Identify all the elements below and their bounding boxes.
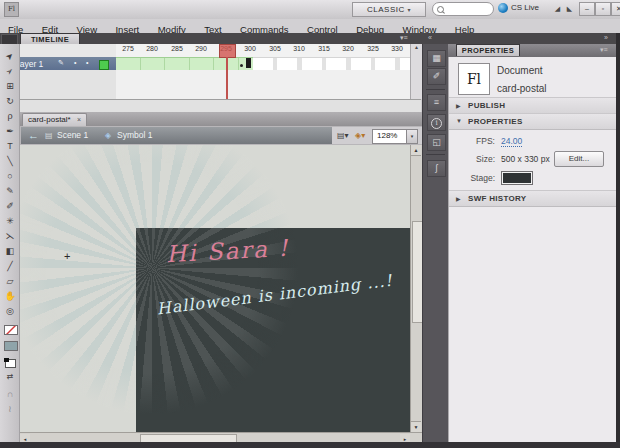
publish-section-header[interactable]: ▶ PUBLISH [449, 97, 619, 114]
properties-panel: Fl Document card-postal ▶ PUBLISH ▼ PROP… [448, 57, 618, 442]
snap-to-objects-icon[interactable]: ∩ [3, 388, 17, 401]
pencil-edit-icon: ✎ [58, 59, 64, 67]
scroll-up-icon[interactable]: ▲ [411, 145, 421, 156]
tab-properties[interactable]: PROPERTIES [456, 44, 520, 56]
eraser-tool[interactable]: ▱ [3, 275, 17, 288]
minimize-button[interactable]: ‒ [579, 2, 595, 16]
text-tool[interactable]: T [3, 140, 17, 153]
bone-tool[interactable]: ⋋ [3, 230, 17, 243]
subselection-tool[interactable]: ➢ [0, 62, 19, 81]
stroke-color-swatch[interactable] [4, 325, 18, 335]
pencil-tool[interactable]: ✎ [3, 185, 17, 198]
timeline-vertical-scrollbar[interactable]: ▲ [410, 44, 422, 99]
hand-tool[interactable]: ✋ [3, 290, 17, 303]
close-tab-icon[interactable]: × [77, 116, 81, 123]
black-white-colors-icon[interactable] [5, 359, 16, 368]
edit-scene-button[interactable]: ▤▾ [337, 127, 349, 144]
stage-color-swatch[interactable] [501, 171, 533, 185]
edit-bar: ← ▤ Scene 1 ◈ Symbol 1 ▤▾ ◈▾ 128% ▾ [20, 126, 422, 145]
playhead[interactable] [219, 44, 236, 58]
paint-bucket-tool[interactable]: ◧ [3, 245, 17, 258]
line-tool[interactable]: ╲ [3, 155, 17, 168]
info-panel-icon[interactable]: i [427, 114, 446, 131]
cs-live-icon [498, 3, 508, 13]
layer-visibility-dot[interactable]: • [74, 59, 76, 66]
brush-tool[interactable]: ✐ [3, 200, 17, 213]
pen-tool[interactable]: ✒ [3, 125, 17, 138]
scrollbar-thumb[interactable] [412, 221, 422, 323]
eyedropper-tool[interactable]: ╱ [3, 260, 17, 273]
dock-divider [426, 154, 445, 155]
timeline-ruler[interactable]: 275 280 285 290 295 300 305 310 315 320 … [116, 44, 410, 58]
deco-tool[interactable]: ✳ [3, 215, 17, 228]
properties-panel-menu-icon[interactable]: ▾≡ [600, 46, 608, 54]
chevron-down-icon: ▾ [407, 7, 411, 13]
edit-symbol-button[interactable]: ◈▾ [355, 127, 365, 144]
close-button[interactable]: ✕ [611, 2, 620, 16]
fps-value[interactable]: 24.00 [501, 136, 522, 147]
document-tab[interactable]: card-postal* × [22, 113, 87, 126]
section-title: SWF HISTORY [468, 194, 526, 203]
tween-end-dot [240, 64, 243, 67]
panel-tab-strip: TIMELINE ▾≡ « » [0, 33, 620, 44]
timeline-frames[interactable] [116, 57, 410, 70]
code-snippets-panel-icon[interactable]: ʃ [427, 160, 446, 177]
cascade-windows-icon[interactable]: ◣ [564, 3, 575, 14]
restore-button[interactable]: ▫ [595, 2, 611, 16]
ruler-tick: 330 [386, 45, 408, 52]
cs-live-button[interactable]: CS Live [511, 3, 539, 15]
layer-outline-color-swatch[interactable] [99, 60, 109, 70]
title-bar: Fl CLASSIC ▾ CS Live ◢ ◣ ‒ ▫ ✕ [0, 0, 620, 20]
brush-panel-icon[interactable]: ✐ [427, 68, 446, 85]
document-title: card-postal* [28, 115, 71, 124]
swf-history-section-header[interactable]: ▶ SWF HISTORY [449, 190, 619, 207]
ruler-tick: 310 [288, 45, 310, 52]
free-transform-tool[interactable]: ⊞ [3, 80, 17, 93]
span-end-marker[interactable] [246, 58, 251, 68]
align-panel-icon[interactable]: ≡ [427, 94, 446, 111]
breadcrumb-symbol[interactable]: Symbol 1 [117, 127, 152, 144]
properties-section-header[interactable]: ▼ PROPERTIES [449, 113, 619, 130]
document-type-label: Document [497, 65, 543, 76]
document-name-value[interactable]: card-postal [497, 83, 546, 94]
collapse-dock-left-icon[interactable]: « [428, 34, 432, 41]
transform-panel-icon[interactable]: ◱ [427, 134, 446, 151]
ruler-tick: 325 [362, 45, 384, 52]
crosshair-cursor: + [64, 250, 70, 262]
breadcrumb-scene[interactable]: Scene 1 [57, 127, 88, 144]
workspace-switcher[interactable]: CLASSIC ▾ [352, 2, 426, 17]
edit-size-button[interactable]: Edit... [554, 151, 604, 167]
fps-label: FPS: [449, 136, 495, 146]
swatches-panel-icon[interactable]: ▦ [427, 50, 446, 67]
workspace-label: CLASSIC [367, 5, 405, 14]
chevron-down-icon[interactable]: ▾ [406, 130, 417, 143]
swap-colors-icon[interactable]: ⇄ [3, 370, 17, 383]
collapsed-arrow-icon: ▶ [456, 102, 461, 109]
scroll-up-icon[interactable]: ▲ [414, 44, 419, 50]
ruler-tick: 305 [264, 45, 286, 52]
zoom-level-value: 128% [377, 131, 397, 140]
scene-icon: ▤ [45, 127, 53, 144]
timeline-panel-menu-icon[interactable]: ▾≡ [400, 34, 408, 42]
zoom-tool[interactable]: ◎ [3, 305, 17, 318]
back-arrow-icon[interactable]: ← [28, 127, 39, 144]
oval-tool[interactable]: ○ [3, 170, 17, 183]
stage-vertical-scrollbar[interactable]: ▲ ▼ [410, 145, 422, 432]
tool-option-icon[interactable]: ≀ [3, 403, 17, 416]
ruler-tick: 315 [313, 45, 335, 52]
stage-card[interactable]: Hi Sara ! Halloween is incoming ...! [136, 228, 422, 432]
search-icon [437, 6, 444, 13]
fill-color-swatch[interactable] [4, 341, 18, 351]
lasso-tool[interactable]: ρ [3, 110, 17, 123]
app-icon: Fl [4, 2, 19, 17]
arrange-windows-icon[interactable]: ◢ [552, 3, 563, 14]
3d-rotation-tool[interactable]: ↻ [3, 95, 17, 108]
zoom-level-combo[interactable]: 128% ▾ [372, 129, 418, 144]
layer-lock-dot[interactable]: • [86, 59, 88, 66]
scroll-down-icon[interactable]: ▼ [411, 421, 421, 432]
collapse-dock-right-icon[interactable]: » [604, 34, 608, 41]
search-input[interactable] [432, 2, 494, 16]
stage-viewport[interactable]: Hi Sara ! Halloween is incoming ...! + ▲… [20, 145, 422, 432]
dock-divider [426, 89, 445, 90]
fl-document-icon: Fl [458, 63, 490, 95]
